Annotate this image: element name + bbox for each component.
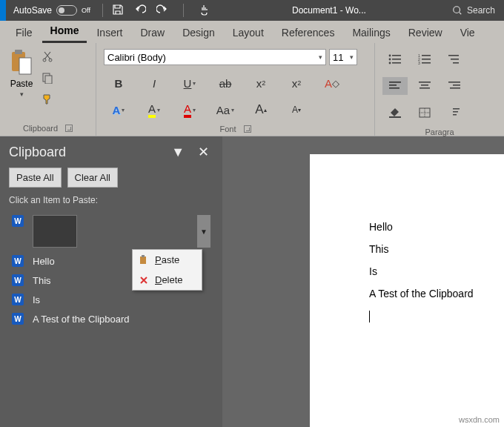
group-clipboard-label: Clipboard [23, 124, 58, 133]
align-left-button[interactable] [382, 77, 408, 95]
svg-rect-20 [448, 55, 459, 56]
clipboard-item[interactable]: W Is [9, 290, 213, 309]
doc-line: A Test of the Clipboard [369, 288, 504, 299]
search-label: Search [467, 5, 495, 16]
ribbon-tabs: File Home Insert Draw Design Layout Refe… [0, 21, 504, 43]
superscript-button[interactable]: x2 [282, 74, 311, 92]
numbering-button[interactable]: 123 [412, 50, 437, 68]
separator [183, 4, 184, 17]
paste-all-button[interactable]: Paste All [9, 168, 62, 188]
separator [102, 4, 103, 17]
close-icon[interactable]: ✕ [193, 144, 213, 160]
autosave-label: AutoSave [13, 5, 52, 16]
svg-rect-32 [389, 116, 401, 118]
pane-options-icon[interactable]: ▼ [162, 145, 193, 160]
sort-button[interactable] [442, 104, 467, 122]
tab-design[interactable]: Design [174, 22, 223, 43]
tab-insert[interactable]: Insert [88, 22, 130, 43]
word-icon: W [12, 313, 24, 325]
bold-button[interactable]: B [104, 74, 133, 92]
svg-rect-9 [392, 55, 401, 56]
svg-point-0 [454, 7, 460, 13]
svg-rect-19 [422, 62, 431, 64]
underline-button[interactable]: U▾ [175, 74, 205, 92]
copy-icon[interactable] [42, 72, 53, 86]
svg-rect-2 [15, 50, 22, 54]
tab-file[interactable]: File [7, 22, 41, 43]
strikethrough-button[interactable]: ab [210, 74, 240, 92]
svg-point-8 [389, 55, 391, 57]
grow-font-button[interactable]: A▴ [246, 101, 276, 119]
autosave-toggle[interactable]: AutoSave Off [6, 5, 98, 16]
ctx-paste[interactable]: Paste [133, 250, 202, 270]
search-box[interactable]: Search [443, 5, 504, 16]
clipboard-item-text: This [33, 275, 51, 286]
group-paragraph: 123 Paragra [375, 43, 504, 136]
svg-rect-27 [421, 85, 428, 86]
word-icon: W [12, 255, 24, 267]
bullets-button[interactable] [382, 50, 408, 68]
svg-rect-7 [45, 76, 52, 84]
touch-mode-icon[interactable] [199, 4, 210, 18]
group-paragraph-label: Paragra [425, 128, 454, 136]
svg-text:3: 3 [418, 61, 420, 64]
tab-home[interactable]: Home [42, 20, 87, 43]
clipboard-item[interactable]: W ▼ [9, 211, 213, 251]
borders-button[interactable] [412, 104, 437, 122]
tab-references[interactable]: References [273, 22, 343, 43]
tab-draw[interactable]: Draw [132, 22, 173, 43]
doc-line: Is [369, 265, 504, 277]
shading-button[interactable] [382, 104, 408, 122]
dialog-launcher-icon[interactable] [244, 125, 251, 133]
save-icon[interactable] [112, 4, 124, 18]
svg-rect-28 [420, 87, 430, 89]
svg-rect-29 [448, 82, 460, 83]
undo-icon[interactable] [134, 4, 146, 18]
item-dropdown-icon[interactable]: ▼ [197, 215, 210, 248]
doc-cursor-line [369, 310, 504, 322]
ribbon: Paste ▾ Clipboard Calibri (Body)▾ 11▾ B … [0, 43, 504, 136]
clipboard-item[interactable]: W A Test of the Clipboard [9, 309, 213, 328]
redo-icon[interactable] [156, 4, 168, 18]
page[interactable]: Hello This Is A Test of the Clipboard [310, 154, 504, 427]
svg-rect-21 [451, 59, 459, 60]
group-font: Calibri (Body)▾ 11▾ B I U▾ ab x2 x2 A◇ A… [96, 43, 375, 136]
align-center-button[interactable] [412, 77, 437, 95]
clear-format-button[interactable]: A◇ [317, 74, 347, 92]
svg-rect-17 [422, 59, 431, 60]
text-effects-button[interactable]: A▾ [104, 101, 133, 119]
clipboard-pane: Clipboard ▼ ✕ Paste All Clear All Click … [0, 136, 222, 427]
document-area[interactable]: Hello This Is A Test of the Clipboard [222, 136, 504, 427]
clipboard-item-text: Is [33, 294, 40, 305]
chevron-down-icon: ▾ [193, 80, 196, 87]
svg-point-12 [389, 62, 391, 64]
change-case-button[interactable]: Aa▾ [210, 101, 240, 119]
shrink-font-button[interactable]: A▾ [282, 101, 311, 119]
tab-mailings[interactable]: Mailings [344, 22, 398, 43]
svg-rect-36 [453, 114, 457, 116]
highlight-button[interactable]: A▾ [139, 101, 169, 119]
tab-view[interactable]: Vie [452, 22, 483, 43]
tab-layout[interactable]: Layout [225, 22, 272, 43]
svg-rect-31 [450, 87, 460, 89]
svg-rect-3 [19, 58, 31, 74]
font-size-combo[interactable]: 11▾ [329, 49, 357, 65]
italic-button[interactable]: I [139, 74, 169, 92]
subscript-button[interactable]: x2 [246, 74, 276, 92]
dialog-launcher-icon[interactable] [65, 125, 73, 132]
multilevel-button[interactable] [442, 50, 467, 68]
align-right-button[interactable] [442, 77, 467, 95]
ctx-delete[interactable]: Delete [133, 270, 202, 290]
chevron-down-icon: ▾ [20, 90, 24, 98]
font-name-value: Calibri (Body) [107, 52, 166, 63]
clear-all-button[interactable]: Clear All [67, 168, 118, 188]
format-painter-icon[interactable] [42, 93, 53, 107]
paste-button[interactable]: Paste ▾ [4, 46, 39, 122]
cut-icon[interactable] [42, 50, 53, 64]
tab-review[interactable]: Review [400, 22, 451, 43]
delete-icon [139, 275, 149, 285]
font-name-combo[interactable]: Calibri (Body)▾ [104, 49, 326, 65]
quick-access-toolbar [107, 4, 215, 18]
font-color-button[interactable]: A▾ [175, 101, 205, 119]
toggle-icon [56, 5, 77, 16]
